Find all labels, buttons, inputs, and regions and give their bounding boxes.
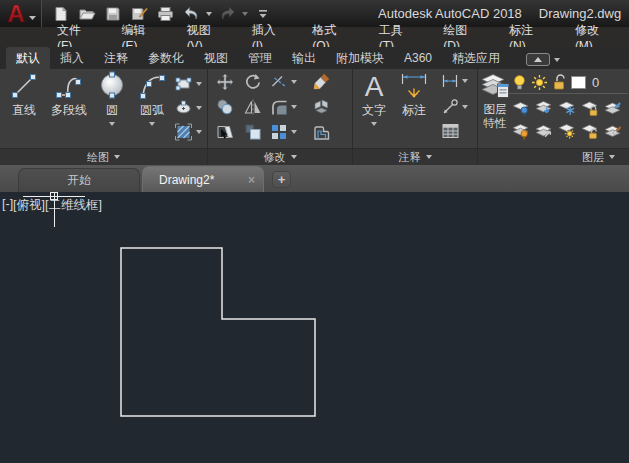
ribbon-tab-home[interactable]: 默认 xyxy=(6,47,50,69)
ribbon-tab-annotate[interactable]: 注释 xyxy=(94,47,138,69)
close-tab-icon[interactable]: × xyxy=(248,173,255,187)
arc-button[interactable]: 圆弧 xyxy=(132,71,172,126)
ribbon-tab-parametric[interactable]: 参数化 xyxy=(138,47,194,69)
ribbon-tab-featured-apps[interactable]: 精选应用 xyxy=(442,47,510,69)
text-icon: A xyxy=(359,71,389,101)
layer-stack-pencil-button[interactable] xyxy=(603,98,622,121)
trim-dropdown[interactable] xyxy=(291,80,297,84)
mirror-button[interactable] xyxy=(244,98,262,120)
autocad-a-logo: A xyxy=(4,2,38,26)
fillet-button[interactable] xyxy=(270,98,297,116)
table-icon xyxy=(441,122,460,140)
rectangle-dropdown[interactable] xyxy=(196,82,202,86)
panel-expand-icon xyxy=(114,155,120,159)
layer-pin-icon xyxy=(511,98,530,117)
panel-title-modify[interactable]: 修改 xyxy=(208,148,352,165)
panel-title-annotate[interactable]: 注释 xyxy=(353,148,477,165)
table-button[interactable] xyxy=(441,122,460,144)
ribbon-tab-addins[interactable]: 附加模块 xyxy=(326,47,394,69)
layer-state-row[interactable]: 0 xyxy=(509,72,628,94)
application-menu-button[interactable]: A xyxy=(0,0,42,27)
layer-sun-button[interactable] xyxy=(557,121,576,144)
scale-icon xyxy=(244,123,262,141)
drawing-canvas[interactable]: [-] [俯视] [二维线框] xyxy=(0,192,629,463)
leader-dropdown[interactable] xyxy=(462,105,468,109)
undo-dropdown[interactable] xyxy=(206,12,212,16)
polyline-icon xyxy=(54,71,84,101)
ribbon-display-dropdown[interactable] xyxy=(554,58,560,62)
panel-layers: 图层 特性 xyxy=(478,69,629,165)
layer-snowflake-button[interactable] xyxy=(557,98,576,121)
layer-snowflake-icon xyxy=(557,98,576,117)
circle-dropdown[interactable] xyxy=(109,122,115,126)
linear-dimension-button[interactable] xyxy=(441,73,468,89)
ribbon: 直线 多段线 xyxy=(0,69,629,165)
new-drawing-tab-button[interactable]: + xyxy=(272,171,291,188)
hatch-dropdown[interactable] xyxy=(196,130,202,134)
explode-button[interactable] xyxy=(312,97,331,120)
layer-padlock-button[interactable] xyxy=(580,98,599,121)
ribbon-tab-manage[interactable]: 管理 xyxy=(238,47,282,69)
layer-sun-icon xyxy=(557,121,576,140)
polyline-button[interactable]: 多段线 xyxy=(46,71,92,119)
arc-dropdown[interactable] xyxy=(149,122,155,126)
menu-bar: 文件(F) 编辑(E) 视图(V) 插入(I) 格式(O) 工具(T) 绘图(D… xyxy=(0,27,629,47)
move-button[interactable] xyxy=(216,73,234,95)
layer-color-swatch xyxy=(571,76,586,89)
layer-unlock-icon xyxy=(580,121,599,140)
rectangle-button[interactable] xyxy=(174,75,202,93)
panel-title-draw[interactable]: 绘图 xyxy=(0,148,207,165)
text-button[interactable]: A 文字 xyxy=(357,71,391,126)
layer-properties-button[interactable]: 图层 特性 xyxy=(480,71,510,131)
ribbon-tab-output[interactable]: 输出 xyxy=(282,47,326,69)
panel-expand-icon xyxy=(291,155,297,159)
hatch-button[interactable] xyxy=(174,123,202,141)
move-icon xyxy=(216,73,234,91)
offset-icon xyxy=(312,123,331,142)
layer-padlock-icon xyxy=(580,98,599,117)
layer-brush-button[interactable] xyxy=(603,121,622,144)
panel-expand-icon xyxy=(426,155,432,159)
panel-annotate: A 文字 标注 xyxy=(353,69,477,165)
copy-button[interactable] xyxy=(216,98,234,120)
redo-dropdown[interactable] xyxy=(242,12,248,16)
text-dropdown[interactable] xyxy=(371,122,377,126)
line-button[interactable]: 直线 xyxy=(4,71,44,119)
circle-icon xyxy=(97,71,127,101)
array-icon xyxy=(270,123,288,141)
scale-button[interactable] xyxy=(244,123,262,145)
mirror-icon xyxy=(244,98,262,116)
linear-dimension-icon xyxy=(441,73,459,89)
circle-button[interactable]: 圆 xyxy=(94,71,130,126)
layer-arrow-up-button[interactable] xyxy=(534,121,553,144)
array-dropdown[interactable] xyxy=(291,130,297,134)
layer-pin-orange-button[interactable] xyxy=(511,121,530,144)
linear-dimension-dropdown[interactable] xyxy=(462,79,468,83)
layer-pin-button[interactable] xyxy=(511,98,530,121)
stretch-button[interactable] xyxy=(216,123,234,145)
offset-button[interactable] xyxy=(312,123,331,146)
rotate-button[interactable] xyxy=(244,73,262,95)
ellipse-button[interactable] xyxy=(174,99,202,117)
ribbon-tab-view[interactable]: 视图 xyxy=(194,47,238,69)
minimize-ribbon-button[interactable] xyxy=(526,53,550,66)
file-tab-drawing2[interactable]: Drawing2* × xyxy=(142,166,264,192)
layer-unlock-button[interactable] xyxy=(580,121,599,144)
leader-button[interactable] xyxy=(441,98,468,115)
ribbon-tab-a360[interactable]: A360 xyxy=(394,47,442,69)
panel-title-layers[interactable]: 图层 xyxy=(478,148,629,165)
arc-icon xyxy=(137,71,167,101)
ribbon-tab-insert[interactable]: 插入 xyxy=(50,47,94,69)
drawn-polyline[interactable] xyxy=(121,248,315,416)
ellipse-icon xyxy=(174,99,193,117)
fillet-dropdown[interactable] xyxy=(291,105,297,109)
dimension-button[interactable]: 标注 xyxy=(395,71,433,119)
ellipse-dropdown[interactable] xyxy=(196,106,202,110)
array-button[interactable] xyxy=(270,123,297,141)
match-properties-button[interactable] xyxy=(312,72,331,95)
trim-button[interactable] xyxy=(270,73,297,91)
file-tab-start[interactable]: 开始 xyxy=(18,168,140,192)
layer-arrow-down-icon xyxy=(534,98,553,117)
layer-arrow-down-button[interactable] xyxy=(534,98,553,121)
layer-stack-pencil-icon xyxy=(603,98,622,117)
